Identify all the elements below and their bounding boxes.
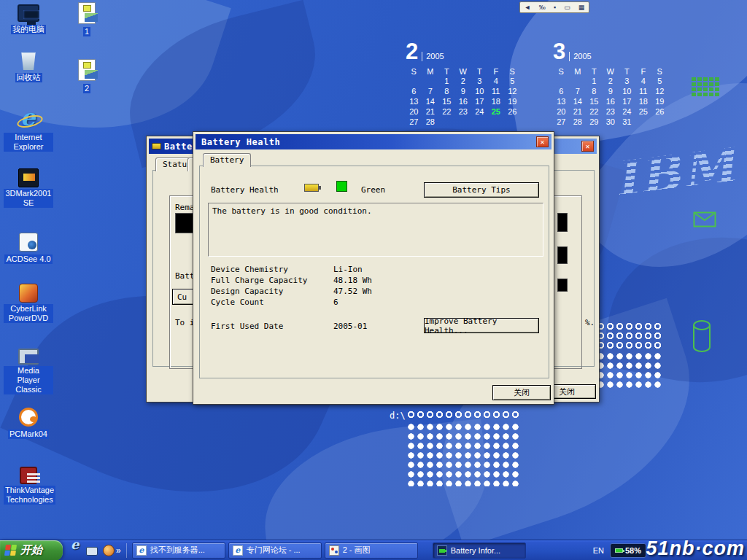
- calendar-day: [488, 117, 505, 127]
- desktop-icon-label: ThinkVantage Technologies: [4, 486, 55, 505]
- show-desktop-icon[interactable]: [86, 547, 98, 556]
- desktop-icon-label: PCMark04: [8, 429, 49, 439]
- calendar-day-header: S: [651, 67, 668, 76]
- calendar-march: 3 2005 SMTWTFS12345678910111213141516171…: [553, 39, 668, 127]
- improve-battery-health-button[interactable]: Improve Battery Health...: [424, 318, 539, 333]
- battery-icon: [437, 545, 447, 556]
- taskbar-task-active[interactable]: Battery Infor...: [433, 542, 526, 559]
- desktop-icon-internet-explorer[interactable]: Internet Explorer: [4, 108, 53, 152]
- close-icon[interactable]: ✕: [536, 136, 549, 147]
- battery-tab-page: Battery Health Green Battery Tips The ba…: [199, 166, 549, 378]
- health-status-text: Green: [361, 185, 385, 195]
- grid-icon-cell: [692, 77, 696, 81]
- start-label: 开始: [20, 543, 42, 557]
- desktop-icon-recycle-bin[interactable]: 回收站: [4, 50, 53, 83]
- calendar-day: 16: [455, 97, 472, 106]
- keyboard-icon[interactable]: ▦: [578, 2, 585, 12]
- taskbar-task-button[interactable]: e专门网论坛 - ...: [228, 542, 322, 559]
- grid-icon-cell: [703, 93, 708, 96]
- battery-icon: [304, 184, 319, 192]
- internet-explorer-icon: [16, 108, 41, 131]
- internet-explorer-icon[interactable]: [69, 545, 81, 556]
- calendar-day: 1: [586, 77, 603, 86]
- grid-icon-cell: [703, 77, 708, 81]
- calendar-day: 17: [619, 97, 635, 106]
- calendar-day-header: S: [553, 67, 570, 76]
- calendar-day: 4: [635, 77, 652, 86]
- monitor-icon[interactable]: ▭: [564, 2, 570, 12]
- desktop-icon-benchmark3d[interactable]: 3DMark2001 SE: [4, 166, 53, 209]
- taskbar-task-button[interactable]: e找不到服务器...: [132, 542, 225, 559]
- window-title: Batte: [164, 141, 193, 152]
- calendar-day-header: M: [570, 67, 587, 76]
- desktop-icon-my-computer[interactable]: 我的电脑: [4, 3, 53, 35]
- task-label: 找不到服务器...: [150, 545, 205, 556]
- calendar-february: 2 2005 SMTWTFS12345678910111213141516171…: [406, 39, 521, 127]
- health-status-led: [336, 181, 347, 192]
- calendar-day: 19: [504, 97, 521, 106]
- desktop-icon-powerdvd[interactable]: CyberLink PowerDVD: [4, 281, 53, 324]
- indicator-block: [557, 246, 568, 264]
- calendar-day: 20: [553, 107, 570, 117]
- calendar-day-header: F: [635, 67, 652, 76]
- calendar-day: 17: [471, 97, 488, 106]
- jpg-file-icon: [78, 2, 96, 24]
- jpg-file-icon: [78, 59, 96, 81]
- desktop-file[interactable]: 2: [69, 58, 105, 94]
- calendar-day: [570, 77, 587, 86]
- desktop-file[interactable]: 1: [69, 1, 105, 37]
- ibm-logo: IBM: [611, 137, 740, 209]
- top-indicator-toolbar: ◄‰▪▭▦: [519, 1, 589, 13]
- calendar-day: 6: [406, 87, 422, 96]
- calendar-day-header: T: [586, 67, 603, 76]
- calendar-day: 22: [586, 107, 603, 117]
- speaker-icon[interactable]: ◄: [525, 2, 531, 12]
- indicator-block: [557, 279, 568, 292]
- calendar-day: 12: [651, 87, 668, 96]
- drive-label: d:\: [390, 411, 406, 421]
- calendar-day: 3: [471, 77, 488, 86]
- calendar-day: 20: [406, 107, 422, 117]
- calendar-day: 21: [570, 107, 587, 117]
- chevron-right-icon[interactable]: »: [116, 545, 121, 556]
- desktop-icon-media-player-classic[interactable]: Media Player Classic: [4, 346, 53, 395]
- desktop-icon-pcmark[interactable]: PCMark04: [4, 405, 53, 440]
- calendar-day: 26: [651, 107, 668, 117]
- file-label: 1: [83, 27, 90, 36]
- close-icon[interactable]: ✕: [581, 141, 594, 152]
- pcmark-icon: [19, 408, 38, 427]
- condition-textbox: The battery is in good condition.: [208, 203, 543, 257]
- calendar-day: 15: [438, 97, 455, 106]
- taskbar-task-button[interactable]: 2 - 画图: [325, 542, 418, 559]
- calendar-day-header: S: [504, 67, 521, 76]
- battery-window-icon: [152, 143, 161, 149]
- task-label: 2 - 画图: [343, 545, 371, 556]
- calendar-day-header: T: [619, 67, 635, 76]
- desktop-icon-label: Media Player Classic: [4, 366, 53, 394]
- close-button[interactable]: 关闭: [492, 385, 551, 400]
- calendar-day: 15: [586, 97, 603, 106]
- desktop-icon-thinkvantage[interactable]: ThinkVantage Technologies: [4, 464, 53, 505]
- calendar-day: 18: [488, 97, 505, 106]
- language-indicator[interactable]: EN: [593, 546, 604, 555]
- calendar-day: 25: [635, 107, 652, 117]
- pen-icon[interactable]: ▪: [554, 2, 556, 12]
- grid-icon-cell: [692, 88, 696, 91]
- volume-dots-icon[interactable]: ‰: [539, 2, 546, 12]
- battery-tips-button[interactable]: Battery Tips: [424, 182, 539, 198]
- calendar-day: 5: [651, 77, 668, 86]
- calendar-day: 26: [504, 107, 521, 117]
- battery-tray-indicator[interactable]: 58%: [610, 543, 646, 558]
- detail-field-label: Design Capacity: [211, 286, 333, 297]
- calendar-day: [455, 117, 472, 127]
- battery-health-titlebar[interactable]: Battery Health ✕: [196, 134, 551, 149]
- tab-battery[interactable]: Battery: [203, 153, 251, 167]
- calendar-day: 5: [504, 77, 521, 86]
- start-button[interactable]: 开始: [0, 540, 63, 560]
- desktop: ◄‰▪▭▦ 2 2005 SMTWTFS12345678910111213141…: [0, 0, 747, 560]
- desktop-icon-acdsee[interactable]: ACDSee 4.0: [4, 230, 53, 265]
- calendar-day: 11: [488, 87, 505, 96]
- media-player-icon[interactable]: [103, 545, 115, 556]
- task-buttons: e找不到服务器...e专门网论坛 - ...2 - 画图Battery Info…: [132, 542, 526, 559]
- watermark: 51nb·com: [646, 537, 745, 560]
